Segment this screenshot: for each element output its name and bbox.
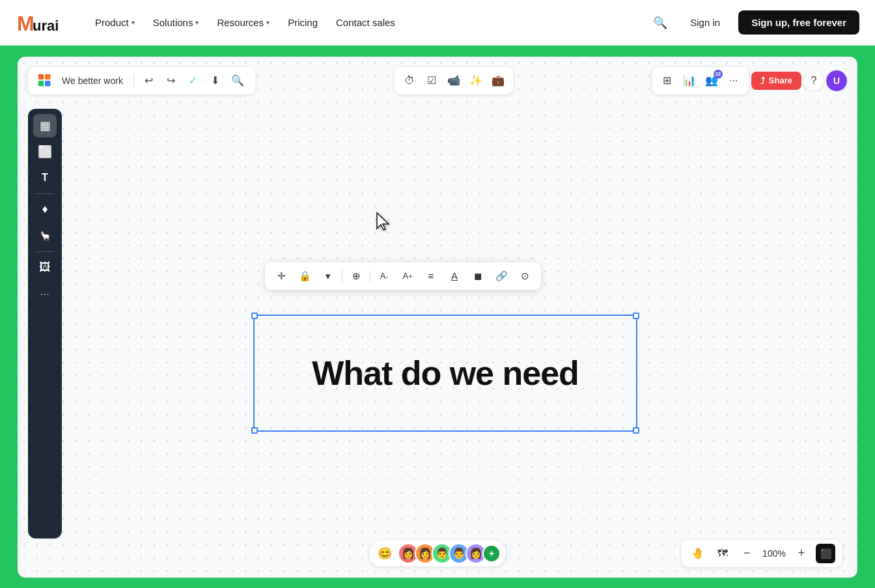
text-element[interactable]: What do we need	[253, 315, 637, 432]
nav-product[interactable]: Product ▾	[89, 13, 141, 32]
svg-text:urai: urai	[33, 18, 59, 34]
reaction-icon[interactable]: ✨	[466, 71, 486, 91]
resize-handle-bl[interactable]	[251, 427, 258, 434]
share-icon: ⤴	[760, 76, 765, 86]
emoji-button[interactable]: 😊	[374, 543, 395, 564]
font-decrease-tool[interactable]: A-	[374, 266, 394, 286]
resize-handle-tr[interactable]	[633, 313, 639, 319]
svg-rect-2	[38, 74, 44, 79]
briefcase-icon[interactable]: 💼	[488, 71, 508, 91]
dropdown-tool[interactable]: ▾	[318, 266, 338, 286]
side-separator-2	[36, 251, 54, 252]
timer-icon[interactable]: ⏱	[400, 71, 419, 91]
side-shapes-button[interactable]: ⬜	[33, 140, 57, 163]
chevron-down-icon: ▾	[195, 19, 199, 26]
signup-button[interactable]: Sign up, free forever	[738, 10, 859, 35]
toolbar-top: We better work ↩ ↪ ✓ ⬇ 🔍 ⏱ ☑ 📹 ✨ 💼 ⊞ 📊	[28, 67, 847, 94]
nav-pricing[interactable]: Pricing	[281, 13, 324, 32]
check-button[interactable]: ✓	[184, 71, 203, 91]
nav-resources[interactable]: Resources ▾	[210, 13, 276, 32]
resize-handle-tl[interactable]	[251, 313, 258, 319]
chevron-down-icon: ▾	[132, 19, 135, 26]
help-button[interactable]: ?	[804, 71, 824, 91]
share-button[interactable]: ⤴ Share	[751, 72, 801, 90]
font-increase-tool[interactable]: A+	[398, 266, 417, 286]
presence-bar: 😊 👩 👩 👨 👨 👩 +	[369, 540, 506, 567]
svg-text:M: M	[17, 12, 35, 35]
notification-count: 22	[714, 70, 723, 79]
document-title[interactable]: We better work	[62, 76, 123, 86]
fullscreen-button[interactable]: ⬛	[816, 544, 835, 563]
view-controls: ⊞ 📊 👥 22 ···	[652, 67, 749, 94]
toolbar-center-group: ⏱ ☑ 📹 ✨ 💼	[395, 67, 513, 94]
zoom-level[interactable]: 100%	[761, 548, 787, 559]
svg-rect-5	[45, 81, 51, 87]
color-tool[interactable]: ◼	[468, 266, 488, 286]
canvas-wrapper: We better work ↩ ↪ ✓ ⬇ 🔍 ⏱ ☑ 📹 ✨ 💼 ⊞ 📊	[0, 46, 875, 588]
download-button[interactable]: ⬇	[206, 71, 225, 91]
side-more-button[interactable]: ···	[33, 282, 57, 305]
nav-contact[interactable]: Contact sales	[329, 13, 402, 32]
logo[interactable]: M urai	[16, 11, 68, 35]
undo-button[interactable]: ↩	[139, 71, 159, 91]
underline-tool[interactable]: A	[445, 266, 464, 286]
app-logo-icon[interactable]	[36, 72, 54, 90]
mouse-cursor	[374, 212, 393, 235]
search-icon[interactable]: 🔍	[648, 11, 672, 35]
side-separator	[36, 193, 54, 194]
add-user-button[interactable]: +	[482, 544, 501, 563]
navigation: M urai Product ▾ Solutions ▾ Resources ▾…	[0, 0, 875, 46]
side-toolbar: ▦ ⬜ T ♦ 🦙 🖼 ···	[28, 109, 62, 539]
side-text-button[interactable]: T	[33, 166, 57, 189]
toolbar-left-group: We better work ↩ ↪ ✓ ⬇ 🔍	[28, 67, 255, 94]
more-button[interactable]: ···	[724, 71, 743, 91]
svg-rect-4	[38, 81, 44, 87]
map-icon[interactable]: 🗺	[713, 544, 732, 563]
hand-tool-icon[interactable]: 🤚	[688, 544, 708, 563]
side-ai-button[interactable]: 🦙	[33, 224, 57, 247]
checkbox-icon[interactable]: ☑	[422, 71, 441, 91]
text-toolbar: ✛ 🔒 ▾ ⊕ A- A+ ≡ A ◼ 🔗 ⊙	[265, 262, 541, 290]
chart-icon[interactable]: 📊	[680, 71, 699, 91]
zoom-in-button[interactable]: +	[792, 544, 811, 563]
zoom-out-button[interactable]: −	[738, 544, 756, 563]
text-content: What do we need	[255, 316, 636, 430]
side-images-button[interactable]: 🖼	[33, 256, 57, 279]
nav-items: Product ▾ Solutions ▾ Resources ▾ Pricin…	[89, 13, 648, 32]
nav-solutions[interactable]: Solutions ▾	[146, 13, 206, 32]
redo-button[interactable]: ↪	[161, 71, 181, 91]
signin-button[interactable]: Sign in	[682, 12, 728, 33]
canvas[interactable]: We better work ↩ ↪ ✓ ⬇ 🔍 ⏱ ☑ 📹 ✨ 💼 ⊞ 📊	[18, 57, 857, 578]
resize-handle-br[interactable]	[633, 427, 639, 434]
more-tool[interactable]: ⊙	[515, 266, 535, 286]
notifications[interactable]: 👥 22	[702, 71, 721, 91]
online-users: 👩 👩 👨 👨 👩 +	[398, 543, 501, 564]
separator	[133, 74, 134, 87]
video-icon[interactable]: 📹	[444, 71, 464, 91]
search-button[interactable]: 🔍	[228, 71, 247, 91]
nav-right: 🔍 Sign in Sign up, free forever	[648, 10, 859, 35]
lock-tool[interactable]: 🔒	[295, 266, 314, 286]
zoom-controls: 🤚 🗺 − 100% + ⬛	[682, 540, 842, 567]
side-frames-button[interactable]: ▦	[33, 114, 57, 137]
align-tool[interactable]: ≡	[421, 266, 441, 286]
separator	[370, 270, 370, 283]
link-tool[interactable]: 🔗	[492, 266, 511, 286]
svg-rect-3	[45, 74, 51, 79]
target-tool[interactable]: ⊕	[346, 266, 366, 286]
toolbar-right-group: ⊞ 📊 👥 22 ··· ⤴ Share ? U	[652, 67, 847, 94]
bottom-bar: 😊 👩 👩 👨 👨 👩 + 🤚 🗺 − 100% + ⬛	[18, 540, 857, 567]
separator	[342, 270, 342, 283]
layout-icon[interactable]: ⊞	[658, 71, 677, 91]
side-elements-button[interactable]: ♦	[33, 198, 57, 221]
chevron-down-icon: ▾	[266, 19, 270, 26]
user-avatar[interactable]: U	[826, 70, 847, 91]
move-tool[interactable]: ✛	[271, 266, 291, 286]
